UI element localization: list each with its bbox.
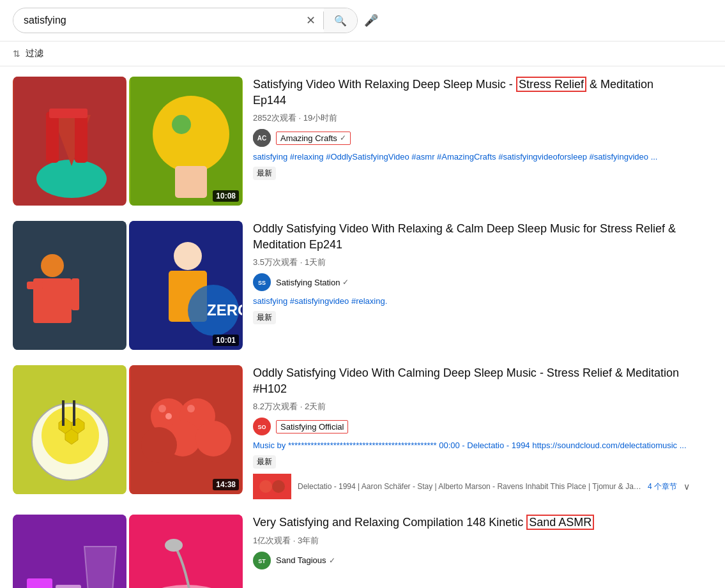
- channel-avatar: SS: [253, 273, 271, 291]
- verified-icon: ✓: [342, 278, 349, 287]
- thumb-left: [13, 77, 126, 206]
- thumbnail-wrapper[interactable]: ZERC 10:01: [13, 221, 243, 350]
- thumb-left: [13, 365, 126, 494]
- video-item: Very Satisfying and Relaxing Compilation…: [13, 515, 690, 588]
- video-meta: 8.2万次观看 · 2天前: [253, 401, 690, 412]
- thumb-right: 10:08: [129, 77, 243, 206]
- channel-avatar: AC: [253, 129, 271, 147]
- channel-name: Sand Tagious: [276, 555, 326, 565]
- video-meta: 3.5万次观看 · 1天前: [253, 257, 690, 268]
- svg-point-36: [195, 421, 231, 456]
- search-bar: ✕ 🔍 🎤: [0, 0, 725, 41]
- channel-avatar: SO: [253, 418, 271, 435]
- channel-name-box: Sand Tagious ✓: [276, 555, 335, 565]
- thumbnail-wrapper[interactable]: [13, 515, 243, 588]
- search-clear-button[interactable]: ✕: [298, 13, 323, 27]
- video-item: 14:38 Oddly Satisfying Video With Calmin…: [13, 365, 690, 499]
- video-tags: satisfying #relaxing #OddlySatisfyingVid…: [253, 152, 690, 162]
- svg-rect-48: [56, 585, 81, 588]
- svg-text:SO: SO: [257, 424, 266, 430]
- duration-badge: 10:01: [213, 335, 239, 346]
- channel-avatar: ST: [253, 552, 271, 569]
- duration-badge: 10:08: [213, 190, 239, 202]
- svg-point-8: [172, 115, 191, 134]
- thumbnail-wrapper[interactable]: 10:08: [13, 77, 243, 206]
- svg-point-40: [187, 405, 195, 412]
- video-info: Very Satisfying and Relaxing Compilation…: [253, 515, 690, 574]
- svg-text:SS: SS: [258, 280, 266, 286]
- channel-row[interactable]: AC Amazing Crafts ✓: [253, 129, 690, 147]
- thumb-left: [13, 221, 126, 350]
- svg-point-45: [272, 480, 285, 493]
- svg-point-37: [141, 427, 177, 463]
- svg-rect-4: [75, 112, 88, 163]
- channel-row[interactable]: ST Sand Tagious ✓: [253, 552, 690, 569]
- video-tags: Music by *******************************…: [253, 441, 690, 450]
- filter-label: 过滤: [26, 48, 43, 59]
- chapters-expand-button[interactable]: ∨: [683, 481, 690, 492]
- chapters-count: 4 个章节: [648, 481, 677, 492]
- channel-name: Satisfying Station: [276, 278, 340, 287]
- newest-badge: 最新: [253, 167, 276, 180]
- video-title[interactable]: Oddly Satisfying Video With Relaxing & C…: [253, 221, 690, 253]
- svg-point-39: [158, 405, 166, 412]
- video-info: Oddly Satisfying Video With Relaxing & C…: [253, 221, 690, 324]
- filter-bar: ⇅ 过滤: [0, 41, 725, 66]
- svg-text:ST: ST: [258, 558, 266, 564]
- chapter-thumb: [253, 474, 291, 499]
- svg-rect-3: [46, 112, 59, 163]
- svg-rect-31: [73, 400, 75, 426]
- channel-name-box: Satisfying Official: [276, 420, 348, 433]
- thumb-right: [129, 515, 243, 588]
- svg-point-53: [165, 539, 183, 552]
- search-box: ✕ 🔍: [13, 8, 358, 33]
- results-container: 10:08 Satisfying Video With Relaxing Dee…: [0, 66, 703, 588]
- svg-rect-9: [175, 166, 207, 198]
- chapter-text: Delectatio - 1994 | Aaron Schäfer - Stay…: [298, 482, 641, 491]
- video-item: 10:08 Satisfying Video With Relaxing Dee…: [13, 77, 690, 206]
- search-submit-button[interactable]: 🔍: [324, 8, 357, 33]
- video-item: ZERC 10:01 Oddly Satisfying Video With R…: [13, 221, 690, 350]
- channel-name: Satisfying Official: [280, 422, 344, 432]
- svg-point-38: [165, 413, 172, 419]
- svg-text:AC: AC: [257, 135, 266, 142]
- verified-icon: ✓: [340, 133, 346, 142]
- svg-point-13: [41, 254, 64, 277]
- chapters-row: Delectatio - 1994 | Aaron Schäfer - Stay…: [253, 474, 690, 499]
- video-meta: 1亿次观看 · 3年前: [253, 535, 690, 547]
- video-tags: satisfying #satisfyingvideo #relaxing.: [253, 296, 690, 306]
- video-info: Satisfying Video With Relaxing Deep Slee…: [253, 77, 690, 180]
- search-input[interactable]: [13, 15, 298, 26]
- channel-name-box: Satisfying Station ✓: [276, 278, 349, 287]
- svg-text:ZERC: ZERC: [207, 301, 242, 319]
- svg-point-44: [259, 480, 272, 493]
- svg-point-7: [153, 96, 229, 172]
- thumb-right: 14:38: [129, 365, 243, 494]
- thumb-right: ZERC 10:01: [129, 221, 243, 350]
- video-info: Oddly Satisfying Video With Calming Deep…: [253, 365, 690, 499]
- thumb-left: [13, 515, 126, 588]
- duration-badge: 14:38: [213, 479, 239, 490]
- svg-rect-5: [49, 109, 88, 118]
- filter-icon: ⇅: [13, 49, 20, 59]
- video-title[interactable]: Satisfying Video With Relaxing Deep Slee…: [253, 77, 690, 109]
- svg-point-18: [174, 242, 202, 270]
- newest-badge: 最新: [253, 455, 276, 469]
- svg-rect-15: [27, 282, 43, 289]
- channel-name: Amazing Crafts: [280, 133, 337, 143]
- svg-rect-47: [27, 578, 52, 588]
- video-title[interactable]: Oddly Satisfying Video With Calming Deep…: [253, 365, 690, 397]
- svg-rect-16: [72, 278, 79, 310]
- channel-row[interactable]: SS Satisfying Station ✓: [253, 273, 690, 291]
- svg-rect-30: [62, 400, 65, 426]
- newest-badge: 最新: [253, 311, 276, 324]
- thumbnail-wrapper[interactable]: 14:38: [13, 365, 243, 494]
- channel-row[interactable]: SO Satisfying Official: [253, 418, 690, 435]
- mic-button[interactable]: 🎤: [364, 13, 378, 27]
- video-meta: 2852次观看 · 19小时前: [253, 112, 690, 124]
- channel-name-box: Amazing Crafts ✓: [276, 132, 351, 145]
- verified-icon: ✓: [329, 556, 335, 565]
- video-title[interactable]: Very Satisfying and Relaxing Compilation…: [253, 515, 690, 531]
